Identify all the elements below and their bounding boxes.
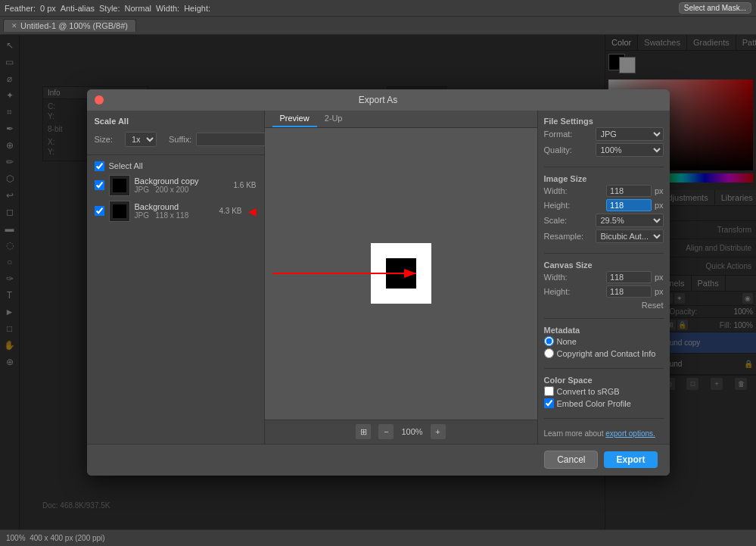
resample-select[interactable]: Bicubic Aut... Bicubic Bilinear [596, 229, 664, 243]
preview-black-square [386, 258, 416, 289]
layer-checkbox-0[interactable] [95, 180, 104, 190]
close-tab-icon[interactable]: ✕ [11, 22, 17, 30]
img-height-unit: px [655, 201, 664, 210]
document-tab[interactable]: ✕ Untitled-1 @ 100% (RGB/8#) [3, 19, 136, 32]
tab-preview[interactable]: Preview [272, 111, 317, 127]
file-settings-title: File Settings [544, 117, 664, 126]
layer-size-0: 1.6 KB [233, 181, 256, 189]
tab-bar: ✕ Untitled-1 @ 100% (RGB/8#) [0, 17, 756, 35]
canvas-width-label: Width: [544, 273, 568, 282]
resample-label: Resample: [544, 232, 584, 241]
status-bar: 100% 400 x 400 px (200 ppi) [0, 529, 756, 546]
quality-select[interactable]: 100% 90% 80% [596, 143, 664, 157]
toolbar-feather-value: 0 px [40, 4, 56, 13]
arrow-indicator: ◀ [248, 205, 257, 217]
layer-meta-0: JPG 200 x 200 [135, 186, 229, 194]
modal-footer: Cancel Export [87, 444, 670, 476]
format-label: Format: [544, 129, 573, 139]
zoom-level: 100% [401, 427, 422, 436]
layer-meta-1: JPG 118 x 118 [135, 211, 215, 220]
color-space-title: Color Space [544, 376, 664, 385]
scale-row: Scale: 29.5% 50% 100% [544, 214, 664, 227]
preview-tabs: Preview 2-Up [265, 111, 537, 128]
toolbar-width-label: Width: [156, 4, 179, 13]
img-width-row: Width: px [544, 185, 664, 197]
img-height-row: Height: px [544, 199, 664, 211]
canvas-width-unit: px [655, 273, 664, 282]
cancel-button[interactable]: Cancel [544, 451, 598, 469]
convert-srgb-checkbox[interactable] [544, 386, 554, 396]
scale-label: Scale: [544, 216, 568, 225]
scale-value-select[interactable]: 29.5% 50% 100% [596, 214, 664, 227]
select-mask-button[interactable]: Select and Mask... [679, 2, 751, 14]
layer-info-1: Background JPG 118 x 118 [135, 202, 215, 220]
color-space-section: Color Space Convert to sRGB Embed Color … [544, 376, 664, 410]
metadata-copyright-label: Copyright and Contact Info [557, 349, 656, 358]
modal-close-button[interactable] [95, 95, 104, 105]
toolbar-antialias-label: Anti-alias [61, 4, 95, 13]
img-height-input[interactable] [606, 199, 652, 211]
format-select[interactable]: JPG PNG GIF SVG [596, 127, 664, 141]
modal-layer-item-0[interactable]: Background copy JPG 200 x 200 1.6 KB [87, 173, 264, 198]
zoom-out-icon[interactable]: − [378, 424, 394, 439]
metadata-none-radio[interactable] [544, 336, 554, 346]
metadata-none-label: None [557, 337, 577, 346]
learn-more-text: Learn more about [544, 429, 604, 438]
canvas-width-input[interactable] [606, 271, 652, 283]
quality-row: Quality: 100% 90% 80% [544, 143, 664, 157]
preview-footer: ⊞ − 100% + [265, 420, 537, 444]
convert-srgb-label: Convert to sRGB [557, 387, 620, 396]
tab-label: Untitled-1 @ 100% (RGB/8#) [20, 21, 128, 30]
quality-label: Quality: [544, 145, 572, 154]
top-toolbar: Feather: 0 px Anti-alias Style: Normal W… [0, 0, 756, 17]
preview-image [371, 243, 431, 304]
modal-body: Scale All Size: 1x 2x 3x Suffix: + [87, 111, 670, 444]
embed-profile-checkbox[interactable] [544, 398, 554, 408]
layer-thumb-1 [109, 201, 130, 222]
status-dimensions: 400 x 400 px (200 ppi) [30, 534, 105, 542]
canvas-height-label: Height: [544, 287, 571, 296]
select-all-row: Select All [87, 160, 264, 173]
learn-more-section: Learn more about export options. [544, 429, 664, 438]
layer-info-0: Background copy JPG 200 x 200 [135, 176, 229, 194]
select-all-label: Select All [109, 161, 143, 170]
layer-thumb-0 [109, 175, 130, 196]
scale-select[interactable]: 1x 2x 3x [125, 132, 157, 147]
reset-button[interactable]: Reset [544, 301, 664, 310]
modal-preview-area: Preview 2-Up [265, 111, 537, 444]
status-zoom: 100% [6, 534, 26, 542]
resample-row: Resample: Bicubic Aut... Bicubic Bilinea… [544, 229, 664, 243]
img-width-unit: px [655, 186, 664, 195]
toolbar-height-label: Height: [184, 4, 210, 13]
img-height-label: Height: [544, 201, 571, 210]
embed-profile-label: Embed Color Profile [557, 399, 631, 408]
modal-left-sidebar: Scale All Size: 1x 2x 3x Suffix: + [87, 111, 265, 444]
layer-checkbox-1[interactable] [95, 206, 104, 216]
metadata-title: Metadata [544, 326, 664, 335]
export-as-modal: Export As Scale All Size: 1x 2x 3x Suffi… [87, 89, 670, 476]
preview-frame-icon[interactable]: ⊞ [356, 424, 371, 439]
image-size-section: Image Size Width: px Height: [544, 174, 664, 245]
zoom-in-icon[interactable]: + [431, 424, 446, 439]
tab-2up[interactable]: 2-Up [317, 111, 350, 127]
img-width-input[interactable] [606, 185, 652, 197]
file-settings-section: File Settings Format: JPG PNG GIF SVG Q [544, 117, 664, 159]
convert-srgb-row: Convert to sRGB [544, 386, 664, 396]
canvas-height-unit: px [655, 287, 664, 296]
metadata-copyright-radio[interactable] [544, 348, 554, 358]
layer-name-0: Background copy [135, 176, 229, 186]
metadata-section: Metadata None Copyright and Contact Info [544, 326, 664, 360]
layer-size-1: 4.3 KB [219, 207, 241, 215]
canvas-size-section: Canvas Size Width: px Height: [544, 261, 664, 310]
layer-name-1: Background [135, 202, 215, 211]
export-options-link[interactable]: export options. [605, 429, 655, 438]
modal-right-settings: File Settings Format: JPG PNG GIF SVG Q [537, 111, 670, 444]
select-all-checkbox[interactable] [95, 161, 104, 171]
canvas-size-title: Canvas Size [544, 261, 664, 270]
canvas-height-input[interactable] [606, 285, 652, 298]
canvas-width-row: Width: px [544, 271, 664, 283]
format-row: Format: JPG PNG GIF SVG [544, 127, 664, 141]
export-button[interactable]: Export [604, 451, 657, 468]
modal-layer-item-1[interactable]: Background JPG 118 x 118 4.3 KB ◀ [87, 198, 264, 224]
toolbar-style-label: Style: [99, 4, 120, 13]
